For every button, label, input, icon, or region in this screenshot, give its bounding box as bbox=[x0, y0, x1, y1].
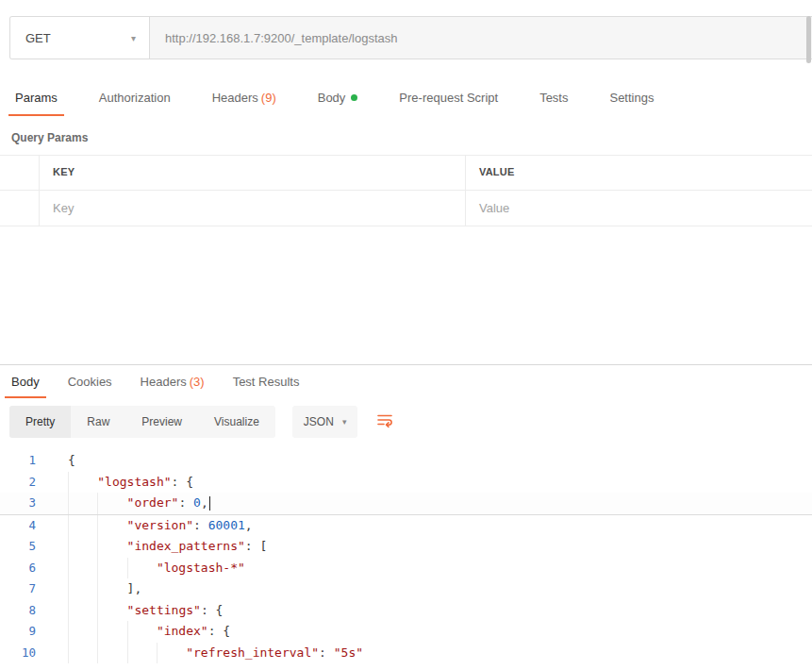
indent-guide bbox=[97, 493, 126, 514]
line-number: 4 bbox=[0, 515, 45, 537]
code-line-content: "index_patterns": [ bbox=[45, 536, 267, 558]
param-value-input[interactable]: Value bbox=[465, 191, 812, 226]
tab-label: Headers bbox=[212, 91, 258, 105]
indent-guide bbox=[127, 621, 157, 643]
chevron-down-icon: ▾ bbox=[342, 417, 347, 427]
params-input-row: Key Value bbox=[0, 191, 812, 226]
tab-label: Authorization bbox=[99, 91, 171, 105]
response-tab-cookies[interactable]: Cookies bbox=[66, 365, 114, 398]
query-params-title: Query Params bbox=[11, 131, 812, 144]
view-mode-visualize[interactable]: Visualize bbox=[198, 406, 275, 438]
tab-body[interactable]: Body bbox=[316, 79, 360, 116]
line-number: 3 bbox=[0, 493, 45, 514]
method-select[interactable]: GET ▾ bbox=[10, 17, 150, 59]
response-view-controls: Pretty Raw Preview Visualize JSON ▾ bbox=[9, 406, 803, 438]
chevron-down-icon: ▾ bbox=[131, 33, 136, 43]
tab-params[interactable]: Params bbox=[13, 79, 59, 116]
code-token: "refresh_interval" bbox=[186, 643, 319, 664]
indent-guide bbox=[68, 558, 97, 579]
code-token: 60001 bbox=[208, 515, 245, 537]
request-url-bar: GET ▾ http://192.168.1.7:9200/_template/… bbox=[9, 16, 812, 59]
indent-guide bbox=[68, 578, 97, 600]
indent-guide bbox=[68, 643, 97, 664]
line-number: 8 bbox=[0, 600, 45, 622]
tab-label: Body bbox=[318, 91, 346, 105]
value-column-header: VALUE bbox=[465, 156, 812, 190]
code-token: "logstash" bbox=[97, 472, 171, 494]
tab-authorization[interactable]: Authorization bbox=[97, 79, 173, 116]
code-line-content: "settings": { bbox=[45, 600, 223, 622]
key-placeholder: Key bbox=[53, 201, 74, 215]
code-line: 5"index_patterns": [ bbox=[0, 536, 812, 558]
code-token: : { bbox=[201, 600, 223, 622]
key-column-header: KEY bbox=[39, 156, 465, 190]
params-handle-column bbox=[0, 156, 39, 190]
vertical-scrollbar-thumb[interactable] bbox=[806, 16, 811, 63]
code-line: 1{ bbox=[0, 450, 812, 472]
value-placeholder: Value bbox=[479, 201, 509, 215]
indent-guide bbox=[157, 643, 186, 664]
tab-headers[interactable]: Headers(9) bbox=[210, 79, 278, 116]
tab-label: Cookies bbox=[68, 375, 112, 389]
code-token: "order" bbox=[127, 493, 179, 514]
code-line: 6"logstash-*" bbox=[0, 558, 812, 579]
code-line: 4"version": 60001, bbox=[0, 515, 812, 537]
body-content-dot bbox=[351, 94, 357, 101]
request-tabs: Params Authorization Headers(9) Body Pre… bbox=[0, 79, 812, 116]
param-key-input[interactable]: Key bbox=[39, 191, 465, 226]
tab-tests[interactable]: Tests bbox=[538, 79, 570, 116]
tab-settings[interactable]: Settings bbox=[607, 79, 655, 116]
method-label: GET bbox=[25, 31, 51, 45]
format-select[interactable]: JSON ▾ bbox=[292, 406, 358, 438]
params-handle-cell bbox=[0, 191, 39, 226]
code-line-content: "order": 0, bbox=[45, 493, 210, 514]
indent-guide bbox=[97, 578, 126, 600]
code-token: { bbox=[68, 450, 75, 472]
code-token: "5s" bbox=[334, 643, 363, 664]
response-section: Body Cookies Headers(3) Test Results Pre… bbox=[0, 364, 812, 663]
view-mode-raw[interactable]: Raw bbox=[71, 406, 125, 438]
headers-count-badge: (9) bbox=[261, 91, 276, 105]
code-token: , bbox=[245, 515, 253, 537]
code-token: : { bbox=[172, 472, 193, 494]
code-token: : { bbox=[208, 621, 230, 643]
wrap-text-button[interactable] bbox=[376, 412, 394, 431]
line-number: 2 bbox=[0, 472, 45, 494]
indent-guide bbox=[97, 558, 126, 579]
tab-pre-request-script[interactable]: Pre-request Script bbox=[397, 79, 500, 116]
indent-guide bbox=[68, 600, 97, 622]
indent-guide bbox=[127, 643, 157, 664]
code-token: "version" bbox=[127, 515, 193, 537]
response-body[interactable]: 1{2"logstash": {3"order": 0,4"version": … bbox=[0, 450, 812, 663]
url-input[interactable]: http://192.168.1.7:9200/_template/logsta… bbox=[150, 17, 812, 59]
code-line-content: "logstash": { bbox=[45, 472, 193, 494]
code-token: , bbox=[201, 493, 208, 514]
tab-label: Headers bbox=[141, 375, 187, 389]
response-tab-body[interactable]: Body bbox=[9, 365, 41, 398]
tab-label: Tests bbox=[539, 91, 568, 105]
code-line-content: ], bbox=[45, 578, 141, 600]
response-tab-test-results[interactable]: Test Results bbox=[231, 365, 302, 398]
indent-guide bbox=[97, 621, 126, 643]
code-line: 10"refresh_interval": "5s" bbox=[0, 643, 812, 664]
code-token: ], bbox=[127, 578, 142, 600]
response-tab-headers[interactable]: Headers(3) bbox=[139, 365, 207, 398]
code-line-content: { bbox=[45, 450, 75, 472]
indent-guide bbox=[68, 515, 97, 537]
line-number: 9 bbox=[0, 621, 45, 643]
view-mode-preview[interactable]: Preview bbox=[125, 406, 198, 438]
tab-label: Settings bbox=[609, 91, 654, 105]
code-token: : [ bbox=[245, 536, 267, 558]
tab-label: Params bbox=[15, 91, 58, 105]
indent-guide bbox=[127, 558, 157, 579]
line-number: 5 bbox=[0, 536, 45, 558]
code-line: 3"order": 0, bbox=[0, 493, 812, 515]
view-mode-pretty[interactable]: Pretty bbox=[9, 406, 71, 438]
query-params-table: KEY VALUE Key Value bbox=[0, 155, 812, 226]
code-token: "index_patterns" bbox=[127, 536, 245, 558]
response-tabs: Body Cookies Headers(3) Test Results bbox=[0, 365, 812, 398]
wrap-text-icon bbox=[376, 412, 394, 431]
indent-guide bbox=[97, 536, 126, 558]
text-cursor bbox=[209, 496, 210, 511]
tab-label: Test Results bbox=[233, 375, 300, 389]
